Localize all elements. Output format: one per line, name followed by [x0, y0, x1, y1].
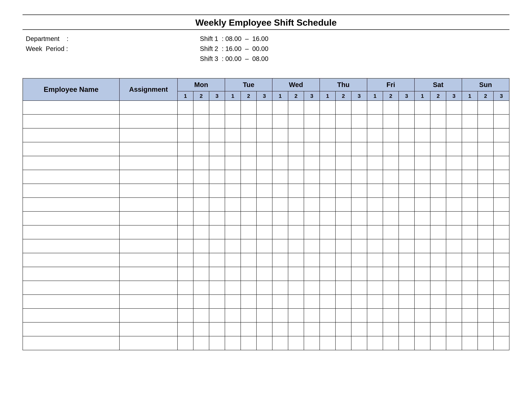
shift-cell	[193, 184, 209, 198]
shift-cell	[193, 101, 209, 114]
shift-cell	[367, 142, 383, 156]
shift-cell	[383, 225, 399, 239]
shift-cell	[225, 170, 241, 184]
shift-cell	[367, 101, 383, 114]
shift-cell	[383, 170, 399, 184]
shift-cell	[288, 281, 304, 295]
shift-cell	[288, 267, 304, 281]
shift-cell	[383, 128, 399, 142]
shift-cell	[399, 336, 415, 350]
shift-cell	[256, 142, 272, 156]
shift-cell	[241, 281, 256, 295]
assignment-cell	[119, 184, 178, 198]
employee-name-cell	[23, 170, 119, 184]
assignment-cell	[119, 170, 178, 184]
shift-cell	[225, 225, 241, 239]
shift-cell	[288, 114, 304, 128]
day-header-thu: Thu	[320, 78, 367, 91]
shift-cell	[494, 322, 509, 336]
shift-cell	[462, 114, 478, 128]
shift-cell	[288, 211, 304, 225]
shift-cell	[446, 322, 462, 336]
shift-cell	[320, 101, 335, 114]
shift-cell	[399, 198, 415, 211]
shift-cell	[462, 184, 478, 198]
shift-cell	[320, 184, 335, 198]
shift-cell	[462, 170, 478, 184]
table-row	[23, 198, 509, 211]
shift-cell	[241, 322, 256, 336]
shift-cell	[399, 156, 415, 170]
employee-name-cell	[23, 253, 119, 267]
shift-cell	[225, 114, 241, 128]
shift-cell	[351, 211, 367, 225]
shift-cell	[478, 267, 494, 281]
shift-cell	[272, 156, 288, 170]
shift-cell	[241, 184, 256, 198]
shift-cell	[383, 184, 399, 198]
shift-cell	[193, 253, 209, 267]
shift-cell	[241, 225, 256, 239]
shift-cell	[288, 336, 304, 350]
shift-cell	[241, 170, 256, 184]
shift-cell	[209, 225, 225, 239]
shift-cell	[446, 184, 462, 198]
shift-cell	[272, 336, 288, 350]
shift-cell	[304, 101, 320, 114]
employee-name-cell	[23, 128, 119, 142]
shift-cell	[256, 156, 272, 170]
table-row	[23, 170, 509, 184]
shift-cell	[193, 142, 209, 156]
shift-cell	[430, 184, 446, 198]
shift-header: 1	[225, 91, 241, 101]
shift-cell	[209, 308, 225, 322]
shift-cell	[383, 253, 399, 267]
employee-name-cell	[23, 198, 119, 211]
shift-cell	[335, 128, 351, 142]
shift-cell	[193, 295, 209, 308]
shift-1-row: Shift 1 : 08.00 – 16.00	[200, 34, 509, 44]
shift-cell	[272, 253, 288, 267]
shift-cell	[446, 239, 462, 253]
shift-cell	[430, 225, 446, 239]
shift-cell	[494, 267, 509, 281]
shift-cell	[335, 101, 351, 114]
shift-cell	[225, 184, 241, 198]
shift-cell	[209, 267, 225, 281]
shift-cell	[320, 170, 335, 184]
shift-cell	[288, 308, 304, 322]
shift-cell	[383, 308, 399, 322]
shift-cell	[225, 336, 241, 350]
assignment-cell	[119, 308, 178, 322]
shift-header: 3	[399, 91, 415, 101]
shift-cell	[399, 322, 415, 336]
shift-cell	[241, 156, 256, 170]
assignment-cell	[119, 211, 178, 225]
table-row	[23, 114, 509, 128]
shift-cell	[415, 336, 430, 350]
shift-cell	[415, 239, 430, 253]
shift-cell	[351, 336, 367, 350]
assignment-cell	[119, 336, 178, 350]
employee-name-cell	[23, 142, 119, 156]
shift-cell	[446, 267, 462, 281]
shift-cell	[320, 114, 335, 128]
shift-cell	[178, 267, 193, 281]
shift-cell	[178, 101, 193, 114]
shift-cell	[335, 142, 351, 156]
shift-cell	[304, 114, 320, 128]
employee-name-cell	[23, 156, 119, 170]
shift-cell	[462, 267, 478, 281]
schedule-tbody	[23, 101, 509, 350]
shift-cell	[320, 211, 335, 225]
shift-cell	[383, 295, 399, 308]
shift-cell	[256, 114, 272, 128]
shift-cell	[446, 142, 462, 156]
shift-cell	[415, 198, 430, 211]
shift-cell	[478, 198, 494, 211]
shift-cell	[209, 281, 225, 295]
shift-1-label: Shift 1 :	[200, 35, 224, 42]
shift-cell	[383, 114, 399, 128]
shift-cell	[288, 142, 304, 156]
shift-cell	[478, 322, 494, 336]
